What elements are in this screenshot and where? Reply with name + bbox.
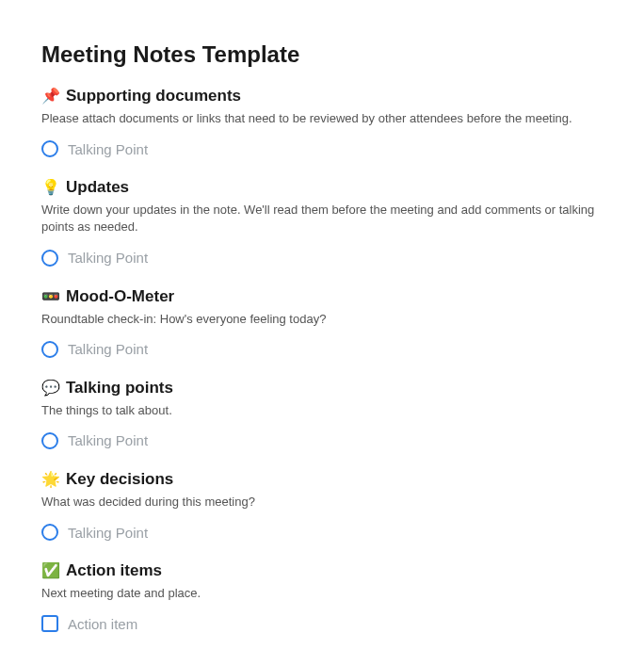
talking-point-item[interactable]: Talking Point <box>41 337 603 362</box>
star-icon: 🌟 <box>41 472 60 487</box>
section-description: Roundtable check-in: How's everyone feel… <box>41 311 603 328</box>
traffic-light-icon: 🚥 <box>41 289 60 304</box>
section-heading-text: Action items <box>66 561 162 580</box>
page-title: Meeting Notes Template <box>41 41 603 68</box>
radio-icon[interactable] <box>41 524 58 541</box>
section-heading-text: Talking points <box>66 379 173 398</box>
section-heading-text: Key decisions <box>66 470 173 489</box>
section-description: Next meeting date and place. <box>41 585 603 602</box>
action-item-placeholder[interactable]: Action item <box>68 616 137 632</box>
section-heading-text: Updates <box>66 178 129 197</box>
talking-point-placeholder[interactable]: Talking Point <box>68 141 148 157</box>
section-talking-points: 💬 Talking points The things to talk abou… <box>41 379 603 453</box>
talking-point-placeholder[interactable]: Talking Point <box>68 341 148 357</box>
section-heading: 🚥 Mood-O-Meter <box>41 287 603 306</box>
pushpin-icon: 📌 <box>41 89 60 104</box>
talking-point-placeholder[interactable]: Talking Point <box>68 525 148 541</box>
talking-point-item[interactable]: Talking Point <box>41 246 603 270</box>
section-description: What was decided during this meeting? <box>41 494 603 511</box>
radio-icon[interactable] <box>41 250 58 267</box>
radio-icon[interactable] <box>41 341 58 358</box>
talking-point-item[interactable]: Talking Point <box>41 137 603 161</box>
talking-point-item[interactable]: Talking Point <box>41 520 603 544</box>
section-heading: 🌟 Key decisions <box>41 470 603 489</box>
section-supporting-documents: 📌 Supporting documents Please attach doc… <box>41 87 603 161</box>
section-heading: 📌 Supporting documents <box>41 87 603 105</box>
checkbox-icon[interactable] <box>41 615 58 632</box>
speech-bubble-icon: 💬 <box>41 381 60 396</box>
radio-icon[interactable] <box>41 432 58 449</box>
talking-point-placeholder[interactable]: Talking Point <box>68 432 148 448</box>
section-updates: 💡 Updates Write down your updates in the… <box>41 178 603 269</box>
section-heading-text: Mood-O-Meter <box>66 287 174 306</box>
section-description: Write down your updates in the note. We'… <box>41 202 603 235</box>
section-action-items: ✅ Action items Next meeting date and pla… <box>41 561 603 636</box>
section-description: The things to talk about. <box>41 402 603 419</box>
radio-icon[interactable] <box>41 140 58 157</box>
section-mood-o-meter: 🚥 Mood-O-Meter Roundtable check-in: How'… <box>41 287 603 362</box>
talking-point-item[interactable]: Talking Point <box>41 429 603 453</box>
check-mark-icon: ✅ <box>41 563 60 578</box>
section-heading: 💬 Talking points <box>41 379 603 398</box>
talking-point-placeholder[interactable]: Talking Point <box>68 250 148 266</box>
section-heading: 💡 Updates <box>41 178 603 197</box>
lightbulb-icon: 💡 <box>41 180 60 195</box>
section-key-decisions: 🌟 Key decisions What was decided during … <box>41 470 603 544</box>
section-heading-text: Supporting documents <box>66 87 241 105</box>
section-heading: ✅ Action items <box>41 561 603 580</box>
action-item[interactable]: Action item <box>41 611 603 636</box>
section-description: Please attach documents or links that ne… <box>41 110 603 127</box>
